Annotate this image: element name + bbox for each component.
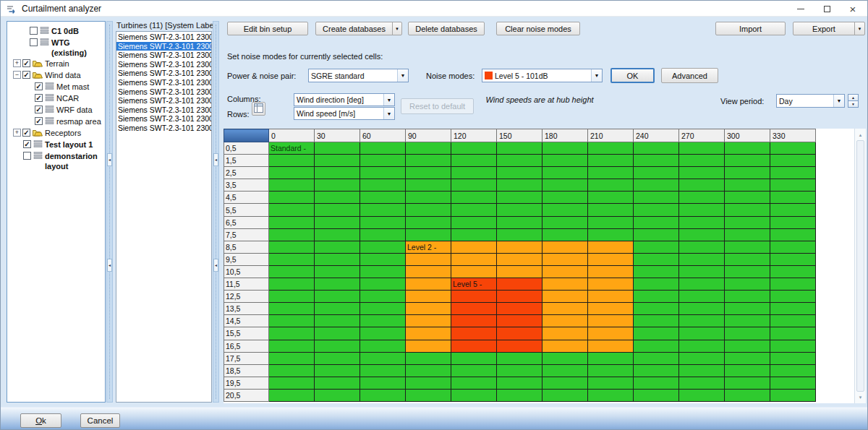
grid-cell[interactable] (725, 167, 770, 179)
grid-cell[interactable] (269, 327, 315, 340)
turbine-item[interactable]: Siemens SWT-2.3-101 2300 1 (116, 114, 211, 124)
grid-cell[interactable] (360, 278, 406, 291)
grid-cell[interactable] (269, 340, 315, 352)
grid-cell[interactable] (770, 291, 816, 303)
grid-cell[interactable] (679, 340, 725, 352)
minimize-button[interactable] (788, 1, 814, 17)
grid-cell[interactable] (770, 142, 816, 155)
grid-cell[interactable] (315, 303, 360, 315)
grid-cell[interactable] (679, 228, 725, 241)
grid-cell[interactable] (634, 364, 679, 377)
grid-column-header[interactable]: 300 (725, 129, 770, 142)
tree-checkbox[interactable]: ✓ (35, 94, 43, 102)
grid-cell[interactable] (679, 352, 725, 364)
grid-cell[interactable] (588, 389, 634, 401)
grid-cell[interactable] (497, 167, 542, 179)
grid-cell[interactable] (360, 315, 406, 327)
grid-cell[interactable] (679, 315, 725, 327)
grid-row-header[interactable]: 0,5 (224, 142, 269, 155)
grid-cell[interactable] (315, 377, 360, 389)
grid-cell[interactable] (497, 364, 542, 377)
grid-cell[interactable] (451, 291, 497, 303)
grid-corner-cell[interactable] (224, 129, 269, 142)
power-noise-pair-select[interactable]: SGRE standard ▼ (308, 69, 409, 82)
grid-cell[interactable] (542, 291, 588, 303)
grid-column-header[interactable]: 120 (451, 129, 497, 142)
grid-cell[interactable] (588, 303, 634, 315)
tree-checkbox[interactable] (30, 38, 38, 46)
export-button[interactable]: Export (793, 22, 855, 35)
grid-cell[interactable] (360, 142, 406, 155)
grid-cell[interactable] (725, 142, 770, 155)
grid-cell[interactable] (588, 216, 634, 228)
grid-cell[interactable] (679, 389, 725, 401)
grid-row-header[interactable]: 10,5 (224, 265, 269, 278)
columns-select[interactable]: Wind direction [deg] ▼ (294, 93, 395, 106)
ok-button[interactable]: OK (610, 68, 655, 83)
grid-row-header[interactable]: 1,5 (224, 155, 269, 167)
grid-cell[interactable] (542, 389, 588, 401)
splitter-collapse-button[interactable]: ◄ (107, 259, 112, 272)
grid-cell[interactable] (679, 327, 725, 340)
grid-cell[interactable] (406, 204, 451, 216)
grid-cell[interactable] (269, 228, 315, 241)
scroll-down-button[interactable]: ▼ (855, 392, 866, 403)
grid-cell[interactable] (634, 192, 679, 204)
grid-cell[interactable] (725, 377, 770, 389)
grid-cell[interactable] (588, 142, 634, 155)
grid-cell[interactable] (634, 315, 679, 327)
grid-cell[interactable] (542, 352, 588, 364)
grid-cell[interactable] (770, 327, 816, 340)
tree-checkbox[interactable] (30, 27, 38, 35)
grid-cell[interactable] (315, 241, 360, 253)
grid-row-header[interactable]: 15,5 (224, 327, 269, 340)
grid-cell[interactable] (542, 241, 588, 253)
grid-cell[interactable] (634, 204, 679, 216)
grid-cell[interactable] (588, 228, 634, 241)
grid-cell[interactable] (360, 204, 406, 216)
scrollbar-thumb[interactable] (856, 140, 864, 392)
grid-cell[interactable] (634, 278, 679, 291)
grid-cell[interactable] (725, 278, 770, 291)
grid-cell[interactable] (406, 265, 451, 278)
tree-item[interactable]: ✓NCAR (7, 93, 105, 104)
grid-cell[interactable] (315, 204, 360, 216)
tree-item[interactable]: +✓Receptors (7, 127, 105, 139)
grid-cell[interactable] (315, 192, 360, 204)
grid-row-header[interactable]: 8,5 (224, 241, 269, 253)
grid-cell[interactable] (315, 352, 360, 364)
grid-cell[interactable] (725, 155, 770, 167)
create-databases-dropdown-button[interactable]: ▼ (392, 22, 402, 35)
grid-row-header[interactable]: 16,5 (224, 340, 269, 352)
grid-cell[interactable] (451, 204, 497, 216)
grid-cell[interactable] (770, 167, 816, 179)
grid-cell[interactable] (497, 265, 542, 278)
advanced-button[interactable]: Advanced (661, 68, 718, 83)
grid-cell[interactable] (360, 265, 406, 278)
grid-cell[interactable] (679, 278, 725, 291)
splitter-collapse-button[interactable]: ◄ (213, 259, 218, 272)
grid-cell[interactable] (634, 167, 679, 179)
grid-cell[interactable] (679, 265, 725, 278)
grid-cell[interactable] (360, 377, 406, 389)
grid-cell[interactable] (269, 291, 315, 303)
rows-select[interactable]: Wind speed [m/s] ▼ (294, 107, 395, 120)
grid-cell[interactable] (634, 228, 679, 241)
grid-cell[interactable] (315, 253, 360, 265)
grid-cell[interactable] (679, 364, 725, 377)
turbine-item[interactable]: Siemens SWT-2.3-101 2300 1 (116, 106, 211, 115)
grid-cell[interactable] (497, 303, 542, 315)
grid-cell[interactable] (542, 303, 588, 315)
tree-checkbox[interactable]: ✓ (22, 129, 30, 137)
grid-cell[interactable] (451, 389, 497, 401)
grid-cell[interactable] (770, 241, 816, 253)
tree-checkbox[interactable]: ✓ (35, 117, 43, 125)
grid-cell[interactable] (360, 303, 406, 315)
grid-cell[interactable] (451, 241, 497, 253)
grid-cell[interactable] (725, 315, 770, 327)
grid-column-header[interactable]: 330 (770, 129, 816, 142)
grid-cell[interactable] (725, 179, 770, 192)
grid-cell[interactable] (542, 204, 588, 216)
grid-cell[interactable] (588, 327, 634, 340)
grid-cell[interactable] (497, 204, 542, 216)
